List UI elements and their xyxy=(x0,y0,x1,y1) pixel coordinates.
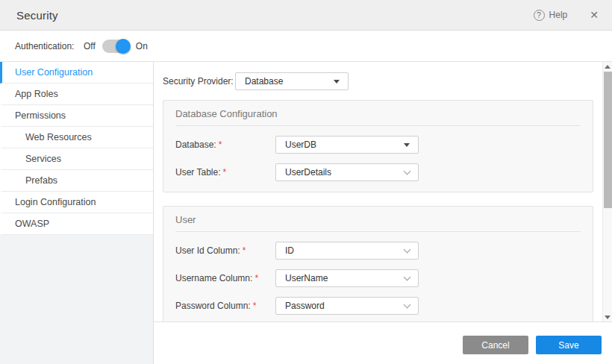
authentication-label: Authentication: xyxy=(15,41,84,51)
database-select[interactable]: UserDB xyxy=(275,136,419,154)
help-label: Help xyxy=(549,10,568,20)
user-table-field-row: User Table:* UserDetails xyxy=(175,163,581,181)
password-column-select[interactable]: Password xyxy=(275,297,419,315)
settings-sidebar: User Configuration App Roles Permissions… xyxy=(0,62,154,364)
scroll-up-icon[interactable] xyxy=(605,65,611,69)
scroll-wrap: Security Provider: Database Database Con… xyxy=(154,62,612,321)
field-label-text: User Id Column: xyxy=(175,245,240,256)
security-provider-value: Database xyxy=(245,76,283,87)
toggle-on-label: On xyxy=(136,41,148,51)
sidebar-item-label: OWASP xyxy=(15,219,49,229)
scroll-down-icon[interactable] xyxy=(605,316,611,319)
user-section: User User Id Column:* ID Username Column… xyxy=(163,206,593,321)
title-bar: Security ? Help ✕ xyxy=(0,0,612,31)
close-icon[interactable]: ✕ xyxy=(590,10,599,20)
username-column-label: Username Column:* xyxy=(175,273,275,283)
vertical-scrollbar[interactable] xyxy=(602,62,612,321)
user-id-column-value: ID xyxy=(285,245,294,256)
section-title: Database Configuration xyxy=(175,101,581,125)
chevron-down-icon xyxy=(404,167,411,175)
dropdown-arrow-icon xyxy=(334,80,340,84)
user-id-column-select[interactable]: ID xyxy=(275,242,419,260)
required-asterisk: * xyxy=(243,245,246,256)
password-column-field-row: Password Column:* Password xyxy=(175,297,581,315)
authentication-row: Authentication: Off On xyxy=(0,31,612,62)
user-table-value: UserDetails xyxy=(285,167,331,178)
sidebar-item-owasp[interactable]: OWASP xyxy=(0,213,153,235)
database-value: UserDB xyxy=(285,139,316,150)
required-asterisk: * xyxy=(255,273,258,283)
username-column-field-row: Username Column:* UserName xyxy=(175,269,581,287)
password-column-value: Password xyxy=(285,301,325,311)
sidebar-item-services[interactable]: Services xyxy=(0,148,153,170)
toggle-knob xyxy=(116,39,131,54)
scrollbar-thumb[interactable] xyxy=(604,72,612,208)
field-label-text: User Table: xyxy=(175,167,220,178)
password-column-label: Password Column:* xyxy=(175,301,275,311)
user-table-label: User Table:* xyxy=(175,167,275,178)
sidebar-item-login-configuration[interactable]: Login Configuration xyxy=(0,192,153,213)
security-dialog: Security ? Help ✕ Authentication: Off On… xyxy=(0,0,612,364)
help-icon: ? xyxy=(534,10,545,21)
sidebar-item-web-resources[interactable]: Web Resources xyxy=(0,127,153,148)
section-title: User xyxy=(175,207,581,231)
chevron-down-icon xyxy=(404,245,411,253)
sidebar-item-label: Web Resources xyxy=(25,132,92,142)
required-asterisk: * xyxy=(253,301,257,311)
field-label-text: Database: xyxy=(175,139,216,150)
sidebar-item-label: Prefabs xyxy=(25,175,57,186)
sidebar-item-prefabs[interactable]: Prefabs xyxy=(0,170,153,192)
chevron-down-icon xyxy=(404,273,411,280)
toggle-off-label: Off xyxy=(84,41,96,51)
section-divider xyxy=(175,125,581,126)
user-id-column-label: User Id Column:* xyxy=(175,245,275,256)
sidebar-item-label: User Configuration xyxy=(15,67,93,78)
authentication-toggle[interactable] xyxy=(102,40,129,53)
content-column: Security Provider: Database Database Con… xyxy=(154,62,612,364)
save-button[interactable]: Save xyxy=(536,336,602,354)
user-id-column-field-row: User Id Column:* ID xyxy=(175,242,581,260)
section-divider xyxy=(175,231,581,232)
sidebar-item-label: Login Configuration xyxy=(15,197,96,207)
sidebar-item-permissions[interactable]: Permissions xyxy=(0,105,153,127)
dialog-body: User Configuration App Roles Permissions… xyxy=(0,62,612,364)
sidebar-item-label: Permissions xyxy=(15,110,66,121)
sidebar-item-label: App Roles xyxy=(15,89,58,99)
username-column-value: UserName xyxy=(285,273,328,283)
help-button[interactable]: ? Help xyxy=(534,10,568,21)
dropdown-arrow-icon xyxy=(404,143,410,147)
database-configuration-section: Database Configuration Database:* UserDB… xyxy=(163,100,593,192)
security-provider-label: Security Provider: xyxy=(163,76,235,87)
sidebar-item-app-roles[interactable]: App Roles xyxy=(0,84,153,105)
field-label-text: Password Column: xyxy=(175,301,251,311)
database-label: Database:* xyxy=(175,139,275,150)
chevron-down-icon xyxy=(404,301,411,308)
security-provider-select[interactable]: Database xyxy=(235,72,349,90)
field-label-text: Username Column: xyxy=(175,273,252,283)
sidebar-item-label: Services xyxy=(25,154,61,164)
database-field-row: Database:* UserDB xyxy=(175,136,581,154)
required-asterisk: * xyxy=(219,139,222,150)
security-provider-row: Security Provider: Database xyxy=(154,62,602,100)
required-asterisk: * xyxy=(222,167,226,178)
user-configuration-panel: Security Provider: Database Database Con… xyxy=(154,62,602,321)
sidebar-item-user-configuration[interactable]: User Configuration xyxy=(0,62,153,84)
username-column-select[interactable]: UserName xyxy=(275,269,419,287)
cancel-button[interactable]: Cancel xyxy=(463,336,528,354)
page-title: Security xyxy=(16,9,534,22)
dialog-footer: Cancel Save xyxy=(154,321,612,364)
user-table-select[interactable]: UserDetails xyxy=(275,163,419,181)
